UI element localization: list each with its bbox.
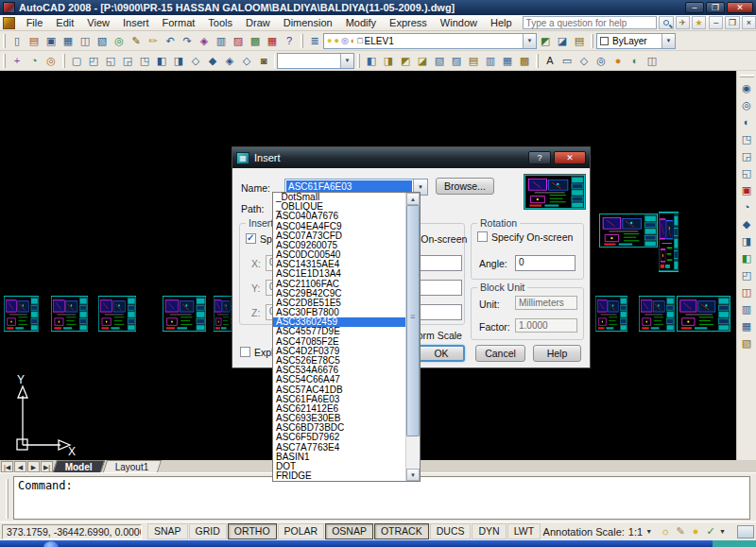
- dialog-close-icon[interactable]: ✕: [554, 151, 586, 164]
- annotation-autoscale-icon[interactable]: ✎: [673, 524, 688, 539]
- dropdown-item[interactable]: ASC54C66A47: [273, 375, 405, 385]
- shell-icon[interactable]: ▦: [739, 318, 755, 335]
- layer-walk-icon[interactable]: ◧: [363, 53, 380, 69]
- layer-match-icon[interactable]: ◨: [380, 53, 397, 69]
- status-toggle-button[interactable]: LWT: [507, 523, 541, 539]
- cancel-button[interactable]: Cancel: [475, 345, 525, 362]
- chevron-down-icon[interactable]: ▼: [719, 528, 726, 535]
- render-icon[interactable]: ◫: [644, 53, 661, 69]
- sw-isometric-icon[interactable]: ◇: [187, 53, 204, 69]
- browse-button[interactable]: Browse...: [436, 178, 494, 195]
- status-toggle-button[interactable]: OSNAP: [325, 523, 373, 539]
- annotation-added-icon[interactable]: ✓: [703, 524, 718, 539]
- markup-set-manager-icon[interactable]: ▨: [230, 33, 247, 49]
- toolbar-grip[interactable]: [357, 54, 360, 68]
- rotate-faces-icon[interactable]: ◔: [739, 199, 755, 216]
- dropdown-item[interactable]: ASC2D8E51E5: [273, 299, 405, 308]
- left-view-icon[interactable]: ◲: [119, 53, 136, 69]
- menu-item[interactable]: Format: [156, 16, 202, 29]
- check-icon[interactable]: ▧: [739, 335, 755, 352]
- layer-states-icon[interactable]: ▤: [571, 33, 588, 49]
- dropdown-item[interactable]: ASC04EA4FC9: [273, 222, 405, 231]
- command-line-input[interactable]: Command:: [13, 476, 750, 520]
- top-view-icon[interactable]: ◰: [85, 53, 102, 69]
- minimize-button[interactable]: –: [685, 2, 704, 13]
- se-isometric-icon[interactable]: ◆: [204, 53, 221, 69]
- toolbar-grip[interactable]: [301, 34, 303, 48]
- intersect-icon[interactable]: ◐: [739, 114, 755, 131]
- scroll-down-icon[interactable]: ▼: [406, 469, 420, 481]
- menu-item[interactable]: Dimension: [277, 16, 339, 29]
- quickcalc-icon[interactable]: ▦: [264, 33, 281, 49]
- insertion-specify-checkbox[interactable]: [246, 233, 256, 244]
- union-icon[interactable]: ◉: [739, 80, 755, 97]
- open-icon[interactable]: ▤: [26, 33, 43, 49]
- status-toggle-button[interactable]: DYN: [472, 523, 506, 539]
- delete-faces-icon[interactable]: ▣: [739, 182, 755, 199]
- camera-icon[interactable]: ◙: [255, 53, 272, 69]
- menu-item[interactable]: Draw: [239, 16, 277, 29]
- menu-item[interactable]: Modify: [339, 16, 383, 29]
- 3d-hidden-icon[interactable]: ◎: [593, 53, 610, 69]
- toolbar-grip[interactable]: [3, 34, 6, 48]
- conceptual-style-icon[interactable]: ◐: [627, 53, 644, 69]
- layer-off-icon[interactable]: ▨: [448, 53, 465, 69]
- ok-button[interactable]: OK: [418, 345, 465, 362]
- qnew-icon[interactable]: ▯: [9, 33, 26, 49]
- imprint-icon[interactable]: ◰: [739, 267, 755, 284]
- command-window-grip[interactable]: [6, 479, 9, 519]
- favorites-star-icon[interactable]: ★: [692, 16, 706, 29]
- dropdown-item[interactable]: ASC7A7763E4: [273, 442, 405, 452]
- 3d-wireframe-icon[interactable]: ◇: [576, 53, 593, 69]
- clean-screen-button[interactable]: [737, 525, 754, 538]
- text-style-icon[interactable]: A: [541, 53, 558, 69]
- tab-model[interactable]: Model: [53, 460, 105, 472]
- layer-combobox[interactable]: ●●◎◐□ ELEV1 ▼: [323, 33, 537, 49]
- dropdown-item[interactable]: ASC14315AE4: [273, 260, 405, 269]
- front-view-icon[interactable]: ◧: [153, 53, 170, 69]
- status-toggle-button[interactable]: ORTHO: [228, 523, 277, 539]
- separate-icon[interactable]: ▥: [739, 301, 755, 318]
- offset-faces-icon[interactable]: ◱: [739, 165, 755, 182]
- help-button[interactable]: Help: [533, 345, 581, 362]
- dropdown-item[interactable]: ASC29B42C9C: [273, 289, 405, 299]
- scroll-up-icon[interactable]: ▲: [406, 193, 420, 205]
- menu-item[interactable]: Edit: [49, 16, 80, 29]
- menu-item[interactable]: Express: [383, 16, 434, 29]
- status-toggle-button[interactable]: DUCS: [430, 523, 472, 539]
- layer-unisolate-icon[interactable]: ◪: [414, 53, 431, 69]
- dialog-help-icon[interactable]: ?: [528, 151, 551, 164]
- dropdown-item[interactable]: ASC621412E6: [273, 404, 405, 414]
- dropdown-item[interactable]: ASC6BD73BDC: [273, 423, 405, 433]
- layer-delete-icon[interactable]: ▩: [516, 53, 533, 69]
- dropdown-scrollbar[interactable]: ▲ ▼: [405, 193, 420, 481]
- tool-palettes-icon[interactable]: ◈: [196, 33, 213, 49]
- angle-input[interactable]: 0: [515, 255, 576, 271]
- doc-minimize-button[interactable]: –: [709, 16, 723, 29]
- save-icon[interactable]: ▣: [43, 33, 60, 49]
- menu-item[interactable]: File: [20, 16, 50, 29]
- block-editor-icon[interactable]: ▩: [247, 33, 264, 49]
- taper-faces-icon[interactable]: ◆: [739, 216, 755, 233]
- dropdown-item[interactable]: FRIDGE: [273, 471, 405, 481]
- layer-freeze2-icon[interactable]: ▧: [431, 53, 448, 69]
- dropdown-item[interactable]: ASC07A73CFD: [273, 231, 405, 241]
- communication-center-icon[interactable]: ✈: [676, 16, 690, 29]
- dropdown-item[interactable]: ASC526E78C5: [273, 356, 405, 366]
- layer-merge-icon[interactable]: ▦: [499, 53, 516, 69]
- last-tab-button[interactable]: ▶|: [41, 461, 53, 472]
- marker-icon[interactable]: ✎: [128, 33, 145, 49]
- chevron-down-icon[interactable]: ▼: [340, 54, 353, 68]
- extrude-faces-icon[interactable]: ◳: [739, 131, 755, 148]
- right-view-icon[interactable]: ◳: [136, 53, 153, 69]
- menu-item[interactable]: View: [80, 16, 116, 29]
- coordinates-readout[interactable]: 373.1759, -36442.6990, 0.0000: [2, 524, 142, 539]
- dropdown-item[interactable]: ASC47085F2E: [273, 337, 405, 347]
- menu-item[interactable]: Help: [484, 16, 519, 29]
- toolbar-grip[interactable]: [591, 34, 593, 48]
- doc-restore-button[interactable]: ❐: [725, 16, 739, 29]
- chevron-down-icon[interactable]: ▼: [523, 34, 536, 48]
- rotation-specify-checkbox[interactable]: [477, 231, 488, 242]
- annotation-scale-value[interactable]: 1:1: [628, 526, 643, 538]
- menu-item[interactable]: Window: [434, 16, 484, 29]
